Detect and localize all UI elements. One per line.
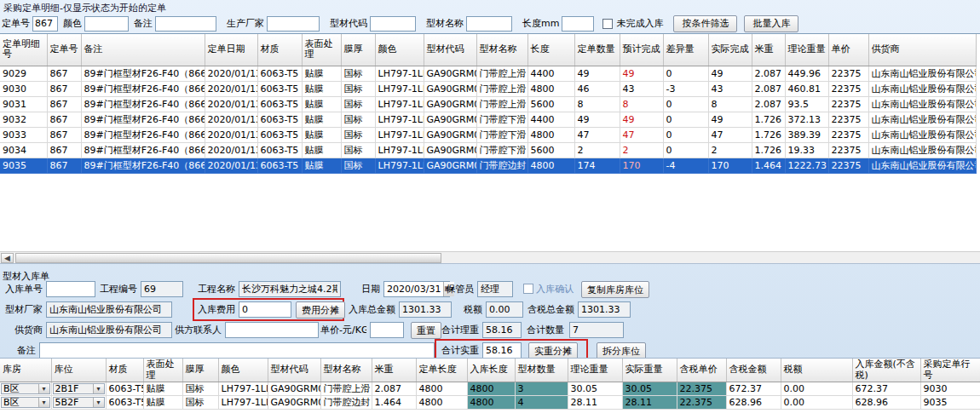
column-header[interactable]: 材质 bbox=[257, 34, 302, 66]
column-header[interactable]: 定单数量 bbox=[574, 34, 620, 66]
order-cell: 贴膜 bbox=[302, 112, 341, 127]
total-amount-field[interactable] bbox=[399, 301, 452, 318]
split-location-button[interactable]: 拆分库位 bbox=[597, 342, 646, 359]
profile-name-input[interactable] bbox=[466, 16, 512, 32]
column-header[interactable]: 入库长度 bbox=[467, 359, 515, 382]
chevron-down-icon[interactable]: ▾ bbox=[38, 384, 49, 393]
column-header[interactable]: 理论重量 bbox=[785, 34, 828, 66]
unit-price-field[interactable] bbox=[370, 322, 404, 338]
unfinished-inbound-checkbox[interactable] bbox=[602, 19, 613, 29]
location-combo[interactable]: 2B1F▾ bbox=[53, 383, 105, 394]
length-input[interactable] bbox=[562, 16, 594, 32]
column-header[interactable]: 颜色 bbox=[375, 34, 424, 66]
supplier-contact-field[interactable] bbox=[225, 322, 319, 338]
column-header[interactable]: 型材代码 bbox=[424, 34, 476, 66]
column-header[interactable]: 税额 bbox=[781, 359, 852, 382]
scrollbar-thumb[interactable] bbox=[15, 253, 441, 263]
column-header[interactable]: 定单日期 bbox=[205, 34, 257, 66]
reset-button[interactable]: 重置 bbox=[411, 322, 441, 339]
chevron-down-icon[interactable]: ▾ bbox=[93, 384, 104, 393]
chevron-down-icon[interactable]: ▾ bbox=[38, 398, 49, 407]
actual-weight-split-button[interactable]: 实重分摊 bbox=[528, 342, 578, 359]
column-header[interactable]: 预计完成 bbox=[620, 34, 663, 66]
remark-field[interactable] bbox=[39, 342, 435, 359]
column-header[interactable]: 单价 bbox=[828, 34, 868, 66]
column-header[interactable]: 差异量 bbox=[663, 34, 708, 66]
column-header[interactable]: 颜色 bbox=[218, 359, 268, 382]
order-cell: 19.33 bbox=[785, 142, 828, 158]
column-header[interactable]: 膜厚 bbox=[182, 359, 218, 382]
factory-field[interactable] bbox=[46, 301, 172, 318]
column-header[interactable]: 实际完成 bbox=[708, 34, 752, 66]
order-cell: 贴膜 bbox=[302, 96, 341, 112]
actual-weight-field[interactable] bbox=[482, 342, 522, 359]
order-table-row[interactable]: 903486789#门框型材F26-F40（866*867）2020/01/13… bbox=[0, 142, 976, 158]
tax-field[interactable] bbox=[486, 301, 523, 318]
column-header[interactable]: 米重 bbox=[752, 34, 785, 66]
profile-code-input[interactable] bbox=[370, 16, 416, 32]
total-qty-field[interactable] bbox=[569, 322, 624, 338]
order-cell: 22375 bbox=[828, 66, 868, 81]
fee-field[interactable] bbox=[239, 301, 291, 318]
color-input[interactable] bbox=[84, 16, 129, 32]
column-header[interactable]: 含税金额 bbox=[726, 359, 781, 382]
column-header[interactable]: 膜厚 bbox=[341, 34, 375, 66]
order-no-input[interactable] bbox=[32, 16, 58, 32]
order-cell: 1.726 bbox=[752, 127, 785, 142]
column-header[interactable]: 长度 bbox=[527, 34, 574, 66]
column-header[interactable]: 理论重量 bbox=[568, 359, 622, 382]
location-combo[interactable]: 5B2F▾ bbox=[53, 397, 105, 408]
fee-split-button[interactable]: 费用分摊 bbox=[296, 301, 345, 319]
column-header[interactable]: 入库金额(不含税) bbox=[852, 359, 920, 382]
column-header[interactable]: 型材数量 bbox=[515, 359, 568, 382]
column-header[interactable]: 米重 bbox=[372, 359, 416, 382]
date-field[interactable]: 2020/03/31 ▦▾ bbox=[383, 281, 450, 297]
column-header[interactable]: 采购定单行号 bbox=[920, 359, 980, 382]
column-header[interactable]: 定单号 bbox=[47, 34, 81, 66]
column-header[interactable]: 库位 bbox=[51, 359, 106, 382]
inbound-no-field[interactable] bbox=[46, 281, 95, 297]
inbound-item-row[interactable]: B区▾2B1F▾6063-T5贴膜国标LH797-1LL0GA90GRM03门带… bbox=[0, 382, 980, 396]
filter-by-condition-button[interactable]: 按条件筛选 bbox=[673, 15, 737, 32]
column-header[interactable]: 型材名称 bbox=[476, 34, 527, 66]
column-header[interactable]: 型材代码 bbox=[268, 359, 320, 382]
horizontal-scrollbar[interactable]: ◀ bbox=[0, 251, 980, 263]
warehouse-combo[interactable]: B区▾ bbox=[1, 397, 50, 408]
column-header[interactable]: 含税单价 bbox=[677, 359, 726, 382]
theory-weight-field[interactable] bbox=[482, 322, 522, 338]
project-name-field[interactable] bbox=[239, 281, 341, 297]
order-table-row[interactable]: 903086789#门框型材F26-F40（866*867）2020/01/13… bbox=[0, 81, 976, 96]
column-header[interactable]: 表面处理 bbox=[143, 359, 182, 382]
column-header[interactable]: 定单明细号 bbox=[0, 34, 47, 66]
order-table-row[interactable]: 903386789#门框型材F26-F40（866*867）2020/01/13… bbox=[0, 127, 976, 142]
supplier-field[interactable] bbox=[46, 322, 172, 338]
inbound-item-row[interactable]: B区▾5B2F▾6063-T5贴膜国标LH797-1LL0GA90GRM05门带… bbox=[0, 396, 980, 410]
batch-inbound-button[interactable]: 批量入库 bbox=[744, 15, 798, 32]
chevron-down-icon[interactable]: ▾ bbox=[93, 398, 104, 407]
column-header[interactable]: 库房 bbox=[0, 359, 51, 382]
copy-location-button[interactable]: 复制库房库位 bbox=[581, 281, 649, 298]
remark-input[interactable] bbox=[155, 16, 216, 32]
warehouse-combo[interactable]: B区▾ bbox=[1, 383, 50, 394]
keeper-field[interactable] bbox=[477, 281, 513, 297]
inbound-confirm-checkbox[interactable] bbox=[523, 284, 533, 294]
order-table-row[interactable]: 903286789#门框型材F26-F40（866*867）2020/01/13… bbox=[0, 112, 976, 127]
order-table-row[interactable]: 903186789#门框型材F26-F40（866*867）2020/01/13… bbox=[0, 96, 976, 112]
column-header[interactable]: 材质 bbox=[106, 359, 143, 382]
order-cell: 174 bbox=[574, 158, 620, 173]
scroll-left-icon[interactable]: ◀ bbox=[1, 253, 14, 263]
column-header[interactable]: 定单长度 bbox=[416, 359, 467, 382]
column-header[interactable]: 供货商 bbox=[868, 34, 976, 66]
order-cell: 6063-T5 bbox=[257, 127, 302, 142]
column-header[interactable]: 备注 bbox=[81, 34, 205, 66]
manufacturer-input[interactable] bbox=[267, 16, 320, 32]
project-no-field[interactable] bbox=[141, 281, 183, 297]
column-header[interactable]: 实际重量 bbox=[622, 359, 677, 382]
order-cell: 89#门框型材F26-F40（866*867） bbox=[81, 96, 205, 112]
order-table-row[interactable]: 903586789#门框型材F26-F40（866*867）2020/01/13… bbox=[0, 158, 976, 173]
column-header[interactable]: 表面处理 bbox=[302, 34, 341, 66]
tax-total-field[interactable] bbox=[578, 301, 631, 318]
column-header[interactable]: 型材名称 bbox=[320, 359, 372, 382]
order-table-row[interactable]: 902986789#门框型材F26-F40（866*867）2020/01/13… bbox=[0, 66, 976, 81]
date-label: 日期 bbox=[358, 281, 380, 297]
